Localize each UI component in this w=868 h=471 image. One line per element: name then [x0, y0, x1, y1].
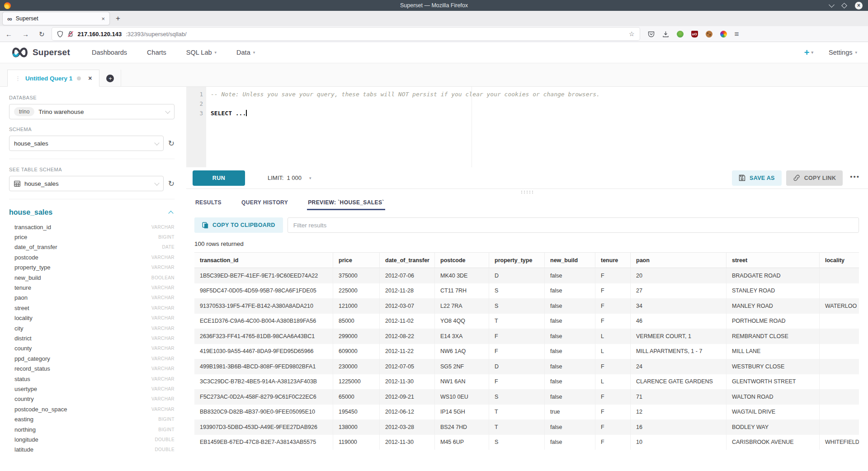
- table-cell: 20: [630, 268, 726, 283]
- column-type: VARCHAR: [151, 306, 175, 311]
- editor-code-area[interactable]: -- Note: Unless you save your query, the…: [206, 87, 868, 167]
- window-minimize-icon[interactable]: [829, 2, 835, 8]
- download-icon[interactable]: [662, 31, 669, 38]
- table-cell: D: [489, 359, 544, 374]
- extension-pinwheel-icon[interactable]: [720, 31, 727, 38]
- table-cell: 2012-11-30: [379, 435, 434, 450]
- column-type: VARCHAR: [151, 366, 175, 371]
- table-row: 193907D3-5DBD-453D-A49E-9FEE27DAB9261380…: [194, 419, 859, 435]
- table-cell: MILL LANE: [726, 344, 819, 359]
- table-header-cell[interactable]: new_build: [544, 252, 595, 268]
- column-name: country: [14, 396, 34, 402]
- south-tab[interactable]: PREVIEW: `HOUSE_SALES`: [307, 199, 385, 210]
- table-cell: BS24 7HD: [434, 419, 489, 435]
- table-cell: 2012-03-28: [379, 419, 434, 435]
- table-header-cell[interactable]: transaction_id: [194, 252, 333, 268]
- column-name: price: [14, 234, 27, 240]
- menu-hamburger-icon[interactable]: ≡: [735, 30, 739, 38]
- tab-close-icon[interactable]: ×: [101, 15, 105, 22]
- south-tab[interactable]: RESULTS: [194, 199, 222, 210]
- add-new-button[interactable]: +▾: [804, 47, 813, 58]
- rows-returned-text: 100 rows returned: [194, 240, 860, 247]
- table-cell: M45 6UP: [434, 435, 489, 450]
- schema-column-row: districtVARCHAR: [9, 333, 175, 343]
- filter-results-input[interactable]: [288, 217, 859, 233]
- table-cell: F: [595, 405, 630, 420]
- window-maximize-icon[interactable]: [841, 3, 847, 9]
- line-number: 3: [186, 108, 203, 118]
- table-cell: NW1 6AN: [434, 374, 489, 390]
- table-header-cell[interactable]: paon: [630, 252, 726, 268]
- table-header-cell[interactable]: locality: [819, 252, 859, 268]
- superset-logo[interactable]: Superset: [11, 47, 70, 58]
- superset-navbar: Superset Dashboards Charts SQL Lab▾ Data…: [0, 42, 868, 63]
- schema-select[interactable]: house_sales: [9, 136, 164, 151]
- table-cell: 2636F323-FF41-4765-81DB-98CAA6A43BC1: [194, 329, 333, 344]
- url-input[interactable]: 217.160.120.143:32393/superset/sqllab/ ☆: [52, 28, 640, 40]
- refresh-tables-icon[interactable]: ↻: [168, 180, 175, 188]
- nav-item-sql-lab[interactable]: SQL Lab▾: [186, 49, 217, 56]
- table-cell: 2012-07-06: [379, 268, 434, 283]
- table-cell: 1B5C39ED-BE7F-41EF-9E71-9C60EED74A22: [194, 268, 333, 283]
- limit-dropdown[interactable]: LIMIT: 1 000 ▾: [268, 174, 311, 181]
- table-cell: F: [595, 359, 630, 374]
- table-cell: 609000: [333, 344, 379, 359]
- nav-item-dashboards[interactable]: Dashboards: [92, 49, 127, 56]
- column-name: longitude: [14, 436, 38, 443]
- ublock-extension-icon[interactable]: uO: [691, 31, 698, 38]
- tab-drag-handle-icon[interactable]: ⋮: [15, 75, 21, 82]
- refresh-schemas-icon[interactable]: ↻: [168, 140, 175, 147]
- run-button[interactable]: RUN: [193, 170, 245, 186]
- privacy-badger-extension-icon[interactable]: [677, 31, 684, 38]
- table-header-cell[interactable]: date_of_transfer: [379, 252, 434, 268]
- column-name: city: [14, 325, 24, 332]
- table-cell: 2012-11-30: [379, 374, 434, 390]
- browser-tab[interactable]: ∞ Superset ×: [3, 12, 109, 25]
- table-header-cell[interactable]: property_type: [489, 252, 544, 268]
- schema-column-row: date_of_transferDATE: [9, 242, 175, 252]
- new-tab-button[interactable]: +: [116, 14, 120, 23]
- column-type: VARCHAR: [151, 316, 175, 320]
- copy-link-button[interactable]: COPY LINK: [786, 170, 843, 186]
- nav-item-data[interactable]: Data▾: [236, 49, 255, 56]
- table-header-cell[interactable]: postcode: [434, 252, 489, 268]
- add-query-tab-button[interactable]: +: [99, 70, 121, 87]
- sql-editor[interactable]: 123 -- Note: Unless you save your query,…: [186, 87, 868, 167]
- settings-menu[interactable]: Settings▾: [829, 49, 857, 56]
- window-close-icon[interactable]: ×: [855, 2, 863, 9]
- collapse-chevron-up-icon[interactable]: [168, 211, 173, 216]
- back-icon[interactable]: ←: [5, 31, 12, 38]
- pane-resize-handle[interactable]: [186, 189, 868, 195]
- shield-icon[interactable]: [57, 31, 63, 38]
- cookie-extension-icon[interactable]: [706, 31, 712, 38]
- table-header-cell[interactable]: tenure: [595, 252, 630, 268]
- table-cell: [819, 329, 859, 344]
- south-tab[interactable]: QUERY HISTORY: [241, 199, 289, 210]
- query-tab-close-icon[interactable]: ×: [88, 75, 92, 82]
- database-select[interactable]: trino Trino warehouse: [9, 104, 175, 119]
- table-row: 91370533-19F5-47FE-B142-A380A8ADA2101210…: [194, 298, 859, 314]
- lock-insecure-icon[interactable]: [67, 31, 74, 38]
- browser-tab-strip: ∞ Superset × +: [0, 11, 868, 26]
- table-schema-name: house_sales: [9, 208, 52, 217]
- table-header-cell[interactable]: price: [333, 252, 379, 268]
- copy-to-clipboard-button[interactable]: COPY TO CLIPBOARD: [194, 217, 283, 233]
- nav-item-charts[interactable]: Charts: [147, 49, 166, 56]
- reload-icon[interactable]: ↻: [39, 31, 45, 38]
- table-row: F5C273AC-0D2A-458F-8279-9C61F0C22EC66500…: [194, 389, 859, 405]
- query-tab-title: Untitled Query 1: [25, 75, 72, 82]
- save-as-button[interactable]: SAVE AS: [732, 170, 782, 186]
- table-header-cell[interactable]: street: [726, 252, 819, 268]
- table-row: BB8320C9-D82B-4B37-90E0-9FEE05095E101954…: [194, 405, 859, 420]
- table-select[interactable]: house_sales: [9, 176, 164, 191]
- table-cell: 2012-07-05: [379, 359, 434, 374]
- table-schema-header[interactable]: house_sales: [9, 208, 175, 217]
- line-number: 2: [186, 99, 203, 108]
- bookmark-star-icon[interactable]: ☆: [629, 30, 635, 38]
- table-cell: 3C3C29DC-B7B2-4BE5-914A-A38123AF403B: [194, 374, 333, 390]
- query-tab-untitled-query-1[interactable]: ⋮ Untitled Query 1 ×: [7, 70, 99, 87]
- table-cell: E14 3XA: [434, 329, 489, 344]
- forward-icon[interactable]: →: [22, 31, 29, 38]
- more-actions-button[interactable]: •••: [850, 173, 860, 180]
- pocket-icon[interactable]: [648, 31, 655, 38]
